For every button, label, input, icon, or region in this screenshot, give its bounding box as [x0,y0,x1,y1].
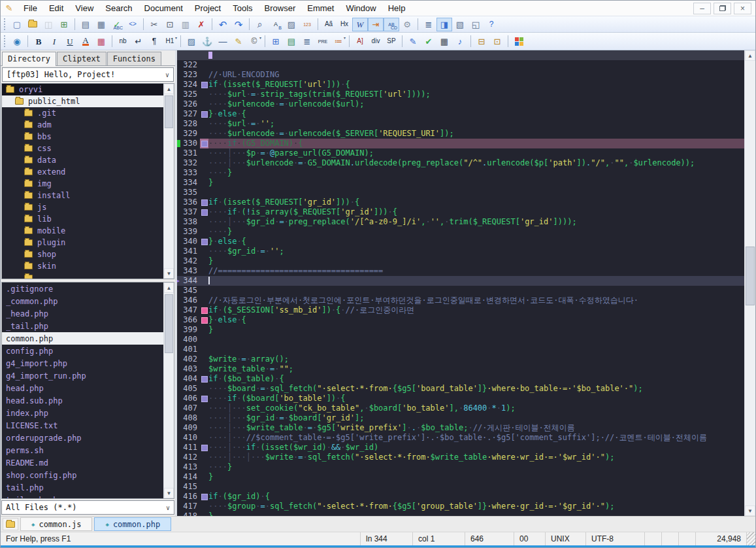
fold-marker[interactable] [200,207,208,217]
code-line-335[interactable]: 335 [177,188,744,197]
tree-item-extend[interactable]: extend [2,166,174,178]
layer-tag-button[interactable]: ▤ [284,35,299,48]
code-line-401[interactable]: 401 [177,345,744,354]
code-line-407[interactable]: 407····│···set_cookie("ck_bo_table",·$bo… [177,403,744,413]
hex-viewer-button[interactable]: Hx [337,18,352,31]
scroll-down-arrow[interactable]: ▼ [164,268,174,279]
code-line-330[interactable]: 330····if·(G5_DOMAIN)·{ [177,139,744,148]
code-line-347[interactable]: 347if·($_SESSION['ss_mb_id'])·{·//·로그인중이… [177,305,744,315]
tree-item-lib[interactable]: lib [2,213,174,225]
code-line-322[interactable]: 322 [177,60,744,70]
paragraph-tag-button[interactable]: ¶ [146,35,162,48]
code-line-333[interactable]: 333····} [177,168,744,178]
code-line-366[interactable]: 366}·else·{ [177,315,744,325]
fold-marker[interactable] [200,80,208,90]
find-in-files-button[interactable]: ▨ [284,18,299,31]
code-line-343[interactable]: 343//=================================== [177,266,744,276]
undo-button[interactable]: ↶ [215,18,231,31]
copy-button[interactable]: ⊡ [162,18,178,31]
directory-panel-button[interactable]: ◨ [436,18,452,31]
code-line-399[interactable]: 399} [177,325,744,335]
file-item-config-php[interactable]: config.php [2,345,174,357]
menu-browser[interactable]: Browser [259,1,302,15]
file-item-perms-sh[interactable]: perms.sh [2,444,174,456]
file-item-orderupgrade-php[interactable]: orderupgrade.php [2,432,174,444]
convert-case-button[interactable]: Aã [321,18,337,31]
align-right-button[interactable]: ≣ [299,35,315,48]
movie-tag-button[interactable]: ▦ [436,35,452,48]
fold-marker[interactable] [200,237,208,247]
minimize-button[interactable]: – [693,3,711,14]
script-tag-button[interactable]: ✎ [405,35,421,48]
file-item--head-php[interactable]: _head.php [2,307,174,320]
fold-marker[interactable] [200,492,208,502]
code-line-324[interactable]: 324if·(isset($_REQUEST['url']))·{ [177,80,744,90]
open-file-button[interactable] [25,18,41,31]
file-item-README-md[interactable]: README.md [2,456,174,469]
file-item-tail-php[interactable]: tail.php [2,481,174,494]
code-line-345[interactable]: 345 [177,286,744,296]
close-button[interactable]: × [734,3,751,14]
pre-tag-button[interactable]: PRE [315,35,331,48]
file-item-LICENSE-txt[interactable]: LICENSE.txt [2,419,174,432]
folder-button[interactable] [3,518,18,530]
scroll-up-arrow[interactable]: ▲ [164,84,174,94]
tab-directory[interactable]: Directory [2,52,56,66]
tree-item-img[interactable]: img [2,178,174,190]
tree-item-css[interactable]: css [2,143,174,154]
code-line-414[interactable]: 414} [177,472,744,482]
code-line-331[interactable]: 331····│···$p·=·@parse_url(G5_DOMAIN); [177,148,744,158]
code-line-338[interactable]: 338····│···$gr_id·=·preg_replace('/[^a-z… [177,217,744,227]
list-tag-button[interactable]: ≔▾ [331,35,346,48]
file-item--tail-php[interactable]: _tail.php [2,320,174,332]
code-line-406[interactable]: 406····if·($board['bo_table'])·{ [177,394,744,403]
code-line-326[interactable]: 326····$urlencode·=·urlencode($url); [177,99,744,109]
code-line-323[interactable]: 323//·URL·ENCODING [177,70,744,80]
code-line-341[interactable]: 341····$gr_id·=·''; [177,247,744,256]
output-window-button[interactable]: ▧ [452,18,468,31]
area-tag-button[interactable]: A] [352,35,368,48]
input-tag-button[interactable]: ⊡ [489,35,505,48]
code-line-332[interactable]: 332····│···$urlencode·=·G5_DOMAIN.urldec… [177,158,744,168]
paste-button[interactable]: ▥ [178,18,193,31]
view-in-browser-button[interactable]: ◱ [468,18,484,31]
marker-pen-button[interactable]: ✎ [231,35,246,48]
image-tag-button[interactable]: ▨ [184,35,199,48]
form-tag-button[interactable]: ⊟ [474,35,489,48]
fold-marker[interactable] [200,315,208,325]
delete-button[interactable]: ✗ [193,18,209,31]
cut-button[interactable]: ✂ [146,18,162,31]
scroll-thumb[interactable] [165,294,173,353]
auto-indent-button[interactable]: ⇥ [368,18,384,31]
file-item-g4-import-php[interactable]: g4_import.php [2,357,174,369]
file-item-head-sub-php[interactable]: head.sub.php [2,394,174,407]
word-wrap-button[interactable]: W [352,18,368,31]
insert-sequence-button[interactable]: 123 [299,18,315,31]
tree-item-oryvi[interactable]: oryvi [2,84,174,95]
font-color-button[interactable]: A [78,35,93,48]
code-line-327[interactable]: 327}·else·{ [177,109,744,119]
tree-item-js[interactable]: js [2,201,174,213]
horizontal-rule-button[interactable]: ― [215,35,231,48]
auto-complete-button[interactable]: ABCD [384,18,399,31]
menu-edit[interactable]: Edit [43,1,69,15]
menu-search[interactable]: Search [99,1,138,15]
scroll-thumb[interactable] [165,95,173,128]
doc-tab-common-php[interactable]: ◈ common.php [94,517,171,531]
fold-marker[interactable] [200,109,208,119]
restore-button[interactable] [714,3,731,14]
tree-item-skin[interactable]: skin [2,260,174,272]
code-line-412[interactable]: 412····│···│···$write·=·sql_fetch("·sele… [177,453,744,462]
menu-help[interactable]: Help [382,1,412,15]
menu-tools[interactable]: Tools [227,1,258,15]
code-line-342[interactable]: 342} [177,256,744,266]
file-item--common-php[interactable]: _common.php [2,295,174,307]
tab-functions[interactable]: Functions [107,52,161,65]
tree-item-bbs[interactable]: bbs [2,131,174,143]
menu-emmet[interactable]: Emmet [301,1,340,15]
code-line-413[interactable]: 413····} [177,462,744,472]
span-tag-button[interactable]: SP [384,35,399,48]
code-line-409[interactable]: 409····│···$write_table·=·$g5['write_pre… [177,423,744,433]
code-line-334[interactable]: 334} [177,178,744,188]
code-line-340[interactable]: 340}·else·{ [177,237,744,247]
